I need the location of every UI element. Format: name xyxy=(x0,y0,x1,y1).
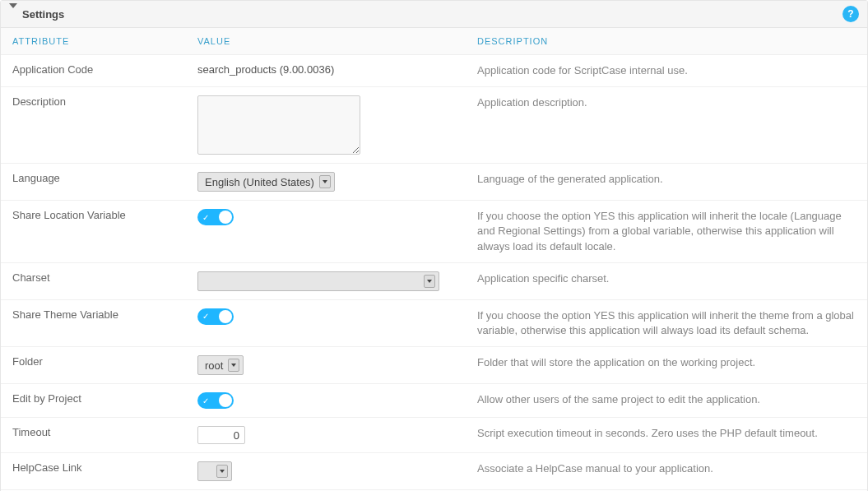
label-language: Language xyxy=(1,164,186,192)
share-location-toggle[interactable]: ✓ xyxy=(197,209,234,225)
edit-by-project-toggle[interactable]: ✓ xyxy=(197,392,234,409)
desc-language: Language of the generated application. xyxy=(466,164,867,195)
language-select[interactable]: English (United States) xyxy=(197,172,335,192)
label-description: Description xyxy=(1,87,186,116)
chevron-down-icon xyxy=(319,175,331,188)
column-header-value: VALUE xyxy=(186,28,466,54)
row-helpcase: HelpCase Link Associate a HelpCase manua… xyxy=(1,453,867,490)
settings-panel: Settings ? ATTRIBUTE VALUE DESCRIPTION A… xyxy=(0,0,868,491)
desc-description: Application description. xyxy=(466,87,867,118)
row-share-theme: Share Theme Variable ✓ If you choose the… xyxy=(1,300,867,347)
row-timeout: Timeout Script execution timeout in seco… xyxy=(1,418,867,453)
language-select-value: English (United States) xyxy=(205,176,314,188)
label-share-location: Share Location Variable xyxy=(1,201,186,229)
chevron-down-icon xyxy=(424,275,435,288)
row-language: Language English (United States) Languag… xyxy=(1,164,867,201)
folder-select-value: root xyxy=(205,359,223,372)
label-edit-by-project: Edit by Project xyxy=(1,384,186,413)
help-icon[interactable]: ? xyxy=(842,6,859,22)
label-charset: Charset xyxy=(1,263,186,292)
label-folder: Folder xyxy=(1,347,186,376)
charset-select[interactable] xyxy=(197,271,439,291)
row-charset: Charset Application specific charset. xyxy=(1,263,867,300)
desc-charset: Application specific charset. xyxy=(466,263,867,294)
label-helpcase: HelpCase Link xyxy=(1,453,186,482)
row-folder: Folder root Folder that will store the a… xyxy=(1,347,867,384)
desc-timeout: Script execution timeout in seconds. Zer… xyxy=(466,418,867,449)
desc-edit-by-project: Allow other users of the same project to… xyxy=(466,384,867,415)
chevron-down-icon xyxy=(216,465,228,478)
desc-share-theme: If you choose the option YES this applic… xyxy=(466,300,867,346)
panel-header-left: Settings xyxy=(9,8,64,21)
check-icon: ✓ xyxy=(202,312,209,321)
desc-application-code: Application code for ScriptCase internal… xyxy=(466,55,867,86)
row-edit-by-project: Edit by Project ✓ Allow other users of t… xyxy=(1,384,867,418)
toggle-knob xyxy=(219,211,232,224)
collapse-toggle-icon[interactable] xyxy=(9,8,17,21)
label-share-theme: Share Theme Variable xyxy=(1,300,186,329)
description-textarea[interactable] xyxy=(197,95,360,155)
panel-title: Settings xyxy=(22,8,64,21)
row-application-code: Application Code search_products (9.00.0… xyxy=(1,55,867,87)
toggle-knob xyxy=(219,310,232,323)
label-application-code: Application Code xyxy=(1,55,186,84)
desc-share-location: If you choose the option YES this applic… xyxy=(466,201,867,262)
value-application-code: search_products (9.00.0036) xyxy=(186,55,466,84)
row-description: Description Application description. xyxy=(1,87,867,164)
column-headers: ATTRIBUTE VALUE DESCRIPTION xyxy=(1,28,867,55)
chevron-down-icon xyxy=(228,359,239,372)
desc-folder: Folder that will store the application o… xyxy=(466,347,867,378)
column-header-description: DESCRIPTION xyxy=(466,28,867,54)
toggle-knob xyxy=(219,394,232,407)
folder-select[interactable]: root xyxy=(197,355,244,375)
helpcase-select[interactable] xyxy=(197,461,232,481)
panel-header: Settings ? xyxy=(1,1,867,28)
check-icon: ✓ xyxy=(202,396,209,405)
check-icon: ✓ xyxy=(202,213,209,222)
timeout-input[interactable] xyxy=(197,426,245,444)
share-theme-toggle[interactable]: ✓ xyxy=(197,308,234,325)
desc-helpcase: Associate a HelpCase manual to your appl… xyxy=(466,453,867,484)
label-timeout: Timeout xyxy=(1,418,186,447)
row-share-location: Share Location Variable ✓ If you choose … xyxy=(1,201,867,263)
column-header-attribute: ATTRIBUTE xyxy=(1,28,186,54)
